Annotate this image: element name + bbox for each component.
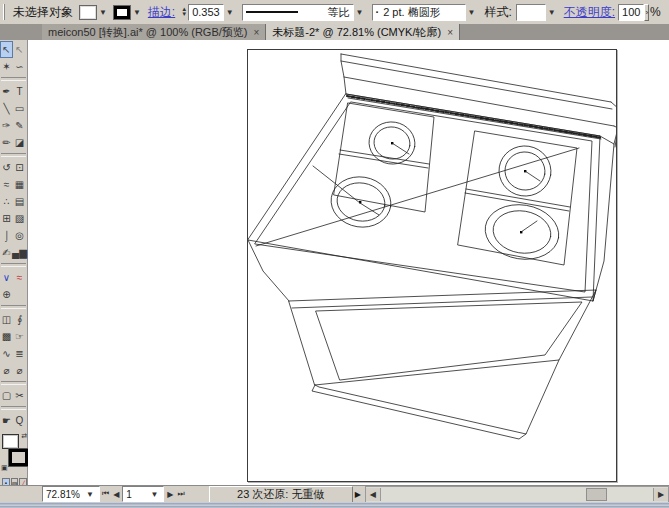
width-profile-dropdown[interactable]: 等比 ▼ — [242, 4, 366, 21]
next-page-button[interactable]: ▶ — [165, 490, 175, 499]
ruler-pen-tool[interactable]: ⌀ — [13, 362, 26, 379]
graph-tool[interactable]: ▤ — [13, 193, 26, 210]
toolbar-divider — [1, 153, 26, 157]
stroke-color-dropdown[interactable]: ▼ — [113, 5, 143, 20]
lasso-tool[interactable]: ∽ — [13, 58, 26, 75]
hand-tool[interactable]: ☛ — [0, 412, 13, 429]
status-popup-arrow-icon[interactable]: ▶ — [355, 490, 361, 499]
width-profile-preview — [246, 11, 298, 13]
tool-grid: ↖↖✶∽✒T╲▭✑✎✏◪↺⊡≈▦∴▤⊞▨⌡◎✍▄▆∨≈⊕◫∮▩☞∿≣⌀⌀▢✂☛Q — [0, 41, 27, 429]
blend-v-tool[interactable]: ∨ — [0, 269, 13, 286]
stroke-color-swatch[interactable] — [113, 5, 131, 20]
stroke-panel-link[interactable]: 描边: — [148, 4, 175, 21]
scrollbar-thumb[interactable] — [586, 488, 607, 501]
document-tab-1[interactable]: meicon50 [转换].ai* @ 100% (RGB/预览)× — [42, 24, 266, 40]
type-tool[interactable]: T — [13, 83, 26, 100]
artboard[interactable] — [247, 49, 617, 482]
toolbar-divider — [1, 381, 26, 385]
stroke-weight-spinner[interactable]: ▲▼ — [181, 7, 187, 17]
perspective-grid-tool[interactable]: ▩ — [0, 328, 13, 345]
default-fill-stroke-icon[interactable]: ▣ — [1, 464, 8, 472]
free-transform-tool[interactable]: ▦ — [13, 176, 26, 193]
chevron-down-icon[interactable]: ▼ — [546, 8, 558, 17]
scrollbar-track[interactable] — [381, 488, 653, 501]
style-dropdown[interactable]: ▼ — [516, 4, 558, 21]
toolbar-divider — [1, 406, 26, 410]
scroll-left-button[interactable]: ◀ — [366, 488, 381, 501]
stacked-lines-tool[interactable]: ≣ — [13, 345, 26, 362]
measure-tool[interactable]: ⌀ — [0, 362, 13, 379]
stroke-weight-value[interactable]: 0.353 — [188, 4, 224, 21]
tab-close-icon[interactable]: × — [447, 27, 453, 38]
blend-tool[interactable]: ◎ — [13, 227, 26, 244]
chevron-down-icon[interactable]: ▼ — [224, 8, 236, 17]
shape-builder-tool[interactable]: ∮ — [13, 311, 26, 328]
tab-close-icon[interactable]: × — [253, 27, 259, 38]
marquee-crop-tool[interactable]: ▢ — [0, 387, 13, 404]
direct-selection-tool[interactable]: ↖ — [13, 41, 26, 58]
tab-label: 未标题-2* @ 72.81% (CMYK/轮廓) — [272, 25, 441, 40]
document-tab-2[interactable]: 未标题-2* @ 72.81% (CMYK/轮廓)× — [266, 24, 460, 40]
blob-brush-tool[interactable]: ✏ — [0, 134, 13, 151]
first-page-button[interactable]: ⏮ — [100, 489, 111, 499]
chevron-down-icon[interactable]: ▼ — [84, 490, 96, 499]
fill-indicator[interactable] — [2, 434, 19, 449]
symbol-sprayer-tool[interactable]: ∴ — [0, 193, 13, 210]
opacity-slider-popup-button[interactable]: › — [644, 4, 649, 21]
eyedropper-tool[interactable]: ⌡ — [0, 227, 13, 244]
zoom-tool[interactable]: Q — [13, 412, 26, 429]
stroke-weight-control[interactable]: ▲▼ 0.353 ▼ — [181, 4, 235, 21]
rectangle-tool[interactable]: ▭ — [13, 100, 26, 117]
column-graph-tool[interactable]: ▄▆ — [13, 244, 26, 261]
document-tab-bar: meicon50 [转换].ai* @ 100% (RGB/预览)×未标题-2*… — [0, 24, 669, 40]
live-trace-tool[interactable]: ✍ — [0, 244, 13, 261]
live-paint-bucket-tool[interactable]: ⊕ — [0, 286, 13, 303]
fill-color-swatch[interactable] — [79, 5, 97, 20]
fill-color-dropdown[interactable]: ▼ — [79, 5, 109, 20]
width-profile-label: 等比 — [328, 5, 350, 20]
warp-tool[interactable]: ≈ — [0, 176, 13, 193]
opacity-value[interactable]: 100 — [618, 4, 644, 21]
opacity-unit-label: % — [650, 5, 661, 19]
chevron-down-icon[interactable]: ▼ — [354, 8, 366, 17]
stroke-indicator[interactable] — [9, 449, 28, 466]
brush-definition-dropdown[interactable]: · 2 pt. 椭圆形 ▼ — [372, 4, 478, 21]
envelope-tool[interactable]: ◫ — [0, 311, 13, 328]
swap-fill-stroke-icon[interactable]: ⇄ — [21, 432, 27, 440]
undo-status-text: 23 次还原: 无重做 — [237, 487, 324, 502]
previous-page-button[interactable]: ◀ — [111, 490, 121, 499]
paintbrush-tool[interactable]: ✑ — [0, 117, 13, 134]
zoom-level-value: 72.81% — [46, 489, 80, 500]
knife-tool[interactable]: ✂ — [13, 387, 26, 404]
last-page-button[interactable]: ⏭ — [176, 489, 187, 499]
chevron-down-icon[interactable]: ▼ — [148, 490, 160, 499]
scale-tool[interactable]: ⊡ — [13, 159, 26, 176]
chevron-down-icon[interactable]: ▼ — [131, 8, 143, 17]
document-canvas[interactable] — [28, 40, 669, 485]
horizontal-scrollbar[interactable]: ◀ ▶ — [365, 486, 669, 503]
tool-palette: ↖↖✶∽✒T╲▭✑✎✏◪↺⊡≈▦∴▤⊞▨⌡◎✍▄▆∨≈⊕◫∮▩☞∿≣⌀⌀▢✂☛Q… — [0, 40, 28, 508]
zoom-level-dropdown[interactable]: 72.81% ▼ — [42, 486, 100, 502]
freehand-gesture-tool[interactable]: ☞ — [13, 328, 26, 345]
undo-status-indicator[interactable]: 23 次还原: 无重做 — [209, 486, 353, 503]
brush-label: 2 pt. 椭圆形 — [383, 5, 440, 20]
zigzag-line-tool[interactable]: ∿ — [0, 345, 13, 362]
panel-grip[interactable] — [3, 4, 5, 20]
chevron-down-icon[interactable]: ▼ — [97, 8, 109, 17]
scroll-right-button[interactable]: ▶ — [653, 488, 668, 501]
pen-tool[interactable]: ✒ — [0, 83, 13, 100]
selection-status-label: 未选择对象 — [13, 4, 73, 21]
multicolor-wave-tool[interactable]: ≈ — [13, 269, 26, 286]
selection-tool[interactable]: ↖ — [0, 41, 13, 58]
mesh-tool[interactable]: ⊞ — [0, 210, 13, 227]
gradient-tool[interactable]: ▨ — [13, 210, 26, 227]
pencil-tool[interactable]: ✎ — [13, 117, 26, 134]
status-bar: 72.81% ▼ ⏮ ◀ 1 ▼ ▶ ⏭ 23 次还原: 无重做 ▶ ◀ ▶ — [0, 485, 669, 502]
eraser-tool[interactable]: ◪ — [13, 134, 26, 151]
opacity-panel-link[interactable]: 不透明度: — [564, 4, 615, 21]
chevron-down-icon[interactable]: ▼ — [466, 8, 478, 17]
page-number-dropdown[interactable]: 1 ▼ — [122, 486, 164, 502]
magic-wand-tool[interactable]: ✶ — [0, 58, 13, 75]
rotate-tool[interactable]: ↺ — [0, 159, 13, 176]
line-segment-tool[interactable]: ╲ — [0, 100, 13, 117]
